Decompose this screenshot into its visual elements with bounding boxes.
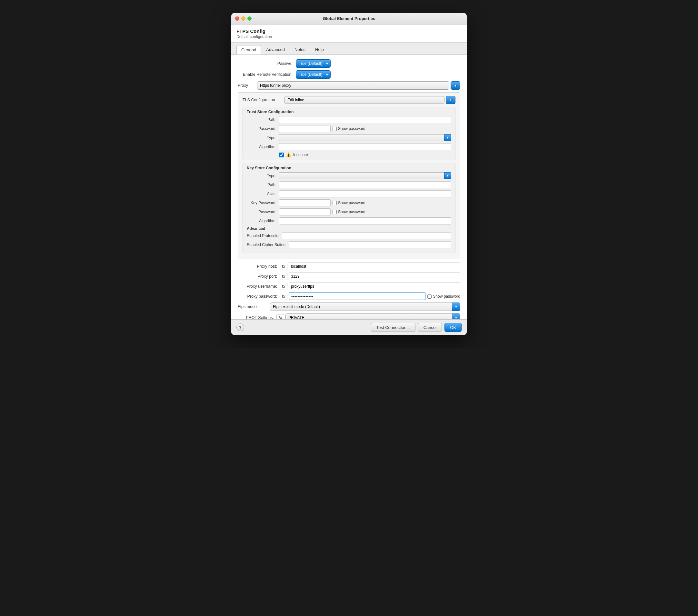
ftps-mode-select[interactable]: Ftps explicit mode (Default) <box>270 303 460 311</box>
proxy-password-row: Proxy password: fx Show password <box>238 293 460 300</box>
proxy-select[interactable]: Https tunnel proxy <box>257 81 449 90</box>
key-store-title: Key Store Configuration <box>247 166 451 170</box>
proxy-password-fx-icon[interactable]: fx <box>280 293 288 300</box>
prot-settings-label: PROT Settings: <box>238 316 276 319</box>
key-type-arrow-icon: ▼ <box>446 174 449 177</box>
proxy-host-fx-icon[interactable]: fx <box>280 263 288 270</box>
proxy-port-fx-icon[interactable]: fx <box>280 273 288 280</box>
proxy-show-password-label: Show password <box>428 294 460 299</box>
tls-section: TLS Configuration Edit inline ▼ ▼ Trust … <box>238 92 460 259</box>
key-path-row: Path: <box>247 181 451 188</box>
proxy-password-input[interactable] <box>289 293 425 300</box>
enabled-protocols-input[interactable] <box>282 232 451 239</box>
bottom-right-buttons: Test Connection... Cancel OK <box>371 323 462 332</box>
ok-button[interactable]: OK <box>445 323 462 332</box>
trust-algorithm-row: Algorithm: <box>247 143 451 150</box>
trust-type-select[interactable] <box>279 134 451 141</box>
tls-config-label: TLS Configuration <box>242 98 284 102</box>
enable-remote-row: Enable Remote Verification: True (Defaul… <box>238 70 460 79</box>
key-alias-input[interactable] <box>279 190 451 197</box>
key-path-input[interactable] <box>279 181 451 188</box>
trust-password-input[interactable] <box>279 125 331 132</box>
key-show-password-checkbox[interactable] <box>333 201 337 205</box>
cancel-button[interactable]: Cancel <box>418 323 442 332</box>
trust-password-label: Password: <box>247 126 279 131</box>
passive-row: Passive: True (Default) ▼ <box>238 59 460 68</box>
key-show-password2-checkbox[interactable] <box>333 210 337 214</box>
key-type-select[interactable] <box>279 172 451 179</box>
trust-type-row: Type: ▼ <box>247 134 451 141</box>
insecure-label: Insecure <box>293 153 308 157</box>
ftps-mode-blue-btn[interactable]: ▼ <box>452 303 460 311</box>
proxy-label: Proxy <box>238 83 257 88</box>
app-subtitle: Default configuration <box>236 34 462 39</box>
content-inner: Passive: True (Default) ▼ Enable Remote … <box>231 55 467 319</box>
passive-select-wrapper: True (Default) ▼ <box>296 59 331 68</box>
key-password-row: Key Password: Show password <box>247 199 451 206</box>
proxy-blue-arrow-icon: ▼ <box>454 84 457 87</box>
close-button[interactable] <box>235 16 239 20</box>
enable-remote-select[interactable]: True (Default) <box>296 70 331 79</box>
prot-settings-blue-btn[interactable]: ▼ <box>452 313 460 319</box>
enabled-cipher-input[interactable] <box>289 241 451 248</box>
trust-store-title: Trust Store Configuration <box>247 110 451 114</box>
header-section: FTPS Config Default configuration <box>231 25 467 43</box>
app-title: FTPS Config <box>236 28 462 34</box>
proxy-username-fx-icon[interactable]: fx <box>280 283 288 290</box>
key-type-label: Type: <box>247 173 279 178</box>
trust-type-label: Type: <box>247 136 279 140</box>
trust-type-blue-btn[interactable]: ▼ <box>444 134 451 141</box>
traffic-lights <box>235 16 252 20</box>
prot-settings-select[interactable]: PRIVATE <box>285 313 460 319</box>
key-algorithm-label: Algorithm: <box>247 219 279 223</box>
proxy-blue-btn[interactable]: ▼ <box>451 81 460 90</box>
passive-label: Passive: <box>238 61 296 66</box>
key-show-password2-label: Show password <box>333 210 365 214</box>
passive-select[interactable]: True (Default) <box>296 59 331 68</box>
minimize-button[interactable] <box>241 16 246 20</box>
ftps-mode-label: Ftps mode <box>238 305 270 309</box>
tab-general[interactable]: General <box>236 45 261 55</box>
window-title: Global Element Properties <box>323 16 375 21</box>
help-button[interactable]: ? <box>236 323 244 331</box>
tab-notes[interactable]: Notes <box>290 45 310 55</box>
tab-advanced[interactable]: Advanced <box>262 45 289 55</box>
key-path-label: Path: <box>247 183 279 187</box>
key-show-password-label: Show password <box>333 200 365 205</box>
proxy-host-input[interactable] <box>289 263 460 270</box>
trust-show-password-checkbox[interactable] <box>333 127 337 131</box>
key-algorithm-input[interactable] <box>279 218 451 224</box>
tls-config-blue-arrow-icon: ▼ <box>449 98 452 102</box>
bottom-bar: ? Test Connection... Cancel OK <box>231 319 467 335</box>
tab-help[interactable]: Help <box>311 45 329 55</box>
key-password-label: Key Password: <box>247 200 279 205</box>
insecure-checkbox[interactable] <box>279 153 284 157</box>
maximize-button[interactable] <box>247 16 252 20</box>
tls-config-blue-btn[interactable]: ▼ <box>446 96 456 104</box>
key-pass2-input[interactable] <box>279 208 331 215</box>
test-connection-button[interactable]: Test Connection... <box>371 323 416 332</box>
proxy-port-input[interactable] <box>289 272 460 280</box>
key-type-blue-btn[interactable]: ▼ <box>444 172 451 179</box>
enable-remote-select-wrapper: True (Default) ▼ <box>296 70 331 79</box>
content-area: Passive: True (Default) ▼ Enable Remote … <box>231 55 467 319</box>
trust-password-row: Password: Show password <box>247 125 451 132</box>
key-pass2-row: Password: Show password <box>247 208 451 215</box>
prot-settings-fx-icon[interactable]: fx <box>276 314 284 319</box>
key-alias-row: Alias: <box>247 190 451 197</box>
proxy-port-label: Proxy port: <box>238 274 280 279</box>
tabs-bar: General Advanced Notes Help <box>231 43 467 55</box>
trust-algorithm-input[interactable] <box>279 143 451 150</box>
proxy-username-row: Proxy username: fx <box>238 282 460 290</box>
proxy-username-input[interactable] <box>289 282 460 290</box>
key-algorithm-row: Algorithm: <box>247 218 451 224</box>
ftps-mode-arrow-icon: ▼ <box>455 305 458 308</box>
trust-path-input[interactable] <box>279 116 451 123</box>
ftps-mode-row: Ftps mode Ftps explicit mode (Default) ▼ <box>238 303 460 311</box>
enabled-protocols-label: Enabled Protocols: <box>247 234 282 238</box>
proxy-show-password-checkbox[interactable] <box>428 294 432 299</box>
proxy-host-label: Proxy host: <box>238 264 280 269</box>
tls-config-select[interactable]: Edit inline <box>284 96 445 104</box>
key-password-input[interactable] <box>279 199 331 206</box>
key-type-row: Type: ▼ <box>247 172 451 179</box>
